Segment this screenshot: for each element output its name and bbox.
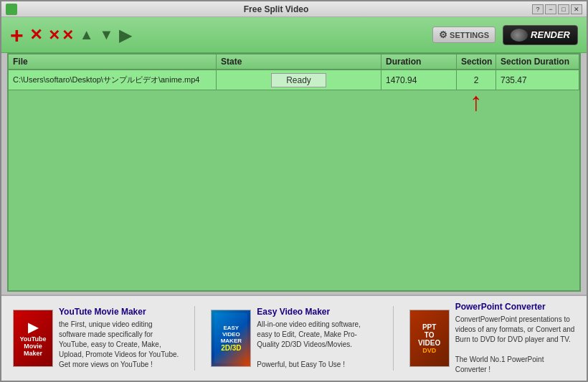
ad-thumb-easy: EASYVIDEOMAKER 2D/3D (211, 310, 251, 367)
cell-file: C:\Users\softaro\Desktop\サンプルビデオ\anime.m… (9, 70, 217, 90)
table-body: C:\Users\softaro\Desktop\サンプルビデオ\anime.m… (9, 70, 579, 290)
x-icon: ✕ (29, 26, 42, 44)
render-icon (511, 29, 528, 42)
cell-state: Ready (217, 70, 381, 90)
col-header-section-duration: Section Duration (496, 54, 579, 69)
xx-icon: ✕✕ (48, 27, 74, 44)
play-icon: ▶ (119, 25, 132, 45)
file-table: File State Duration Section Section Dura… (7, 53, 581, 292)
maximize-button[interactable]: □ (558, 4, 569, 14)
main-window: Free Split Video ? − □ ✕ + ✕ ✕✕ ▲ ▼ (0, 0, 588, 382)
gear-icon: ⚙ (439, 29, 447, 40)
ad-item-youtube[interactable]: ▶ YouTubeMovieMaker YouTute Movie Maker … (9, 302, 183, 374)
minimize-button[interactable]: − (545, 4, 556, 14)
ad-item-ppt[interactable]: PPTTOVIDEO DVD PowerPoint Converter Conv… (405, 297, 579, 379)
window-title: Free Split Video (20, 4, 532, 14)
ad-desc-youtube: the First, unique video editing software… (59, 320, 179, 370)
ad-text-easy: Easy Video Maker All-in-one video editin… (257, 307, 376, 370)
ad-area: ▶ YouTubeMovieMaker YouTute Movie Maker … (1, 295, 587, 381)
ad-divider-2 (393, 306, 394, 371)
render-label: RENDER (531, 29, 570, 40)
ad-text-ppt: PowerPoint Converter ConvertPowerPoint p… (455, 302, 575, 375)
remove-button[interactable]: ✕ (29, 26, 42, 44)
window-controls: ? − □ ✕ (532, 4, 582, 14)
cell-duration: 1470.94 (381, 70, 457, 90)
ad-thumb-ppt: PPTTOVIDEO DVD (409, 310, 450, 367)
ad-desc-easy: All-in-one video editing software, easy … (257, 320, 376, 370)
ad-title-easy: Easy Video Maker (257, 307, 376, 317)
ad-title-ppt: PowerPoint Converter (455, 302, 575, 312)
ad-desc-ppt: ConvertPowerPoint presentations to video… (455, 315, 575, 375)
table-row[interactable]: C:\Users\softaro\Desktop\サンプルビデオ\anime.m… (9, 70, 579, 90)
app-icon (6, 4, 17, 15)
col-header-file: File (9, 54, 217, 69)
render-button[interactable]: RENDER (503, 25, 578, 45)
cell-section: 2 ↑ (457, 70, 496, 90)
arrow-up-icon: ▲ (80, 27, 94, 43)
add-button[interactable]: + (10, 24, 24, 47)
ad-text-youtube: YouTute Movie Maker the First, unique vi… (59, 307, 179, 370)
arrow-down-icon: ▼ (99, 27, 113, 43)
section-arrow-indicator: ↑ (470, 89, 483, 115)
cell-section-duration: 735.47 (496, 70, 579, 90)
state-badge: Ready (271, 73, 326, 87)
close-button[interactable]: ✕ (571, 4, 582, 14)
title-bar-left (6, 4, 20, 15)
toolbar-left: + ✕ ✕✕ ▲ ▼ ▶ (10, 24, 132, 47)
col-header-section: Section (457, 54, 496, 69)
help-button[interactable]: ? (532, 4, 544, 14)
table-header: File State Duration Section Section Dura… (9, 54, 579, 70)
ad-thumb-youtube: ▶ YouTubeMovieMaker (13, 310, 53, 367)
settings-label: SETTINGS (450, 31, 489, 39)
ad-title-youtube: YouTute Movie Maker (59, 307, 179, 317)
toolbar-right: ⚙ SETTINGS RENDER (432, 25, 578, 45)
plus-icon: + (10, 24, 24, 47)
settings-button[interactable]: ⚙ SETTINGS (432, 27, 495, 43)
toolbar: + ✕ ✕✕ ▲ ▼ ▶ ⚙ SETTINGS (1, 17, 587, 53)
col-header-state: State (217, 54, 381, 69)
move-down-button[interactable]: ▼ (99, 27, 113, 43)
start-button[interactable]: ▶ (119, 25, 132, 45)
remove-all-button[interactable]: ✕✕ (48, 27, 74, 44)
title-bar: Free Split Video ? − □ ✕ (1, 1, 587, 17)
move-up-button[interactable]: ▲ (80, 27, 94, 43)
col-header-duration: Duration (381, 54, 457, 69)
ad-divider-1 (194, 306, 195, 371)
ad-item-easy[interactable]: EASYVIDEOMAKER 2D/3D Easy Video Maker Al… (207, 302, 381, 374)
